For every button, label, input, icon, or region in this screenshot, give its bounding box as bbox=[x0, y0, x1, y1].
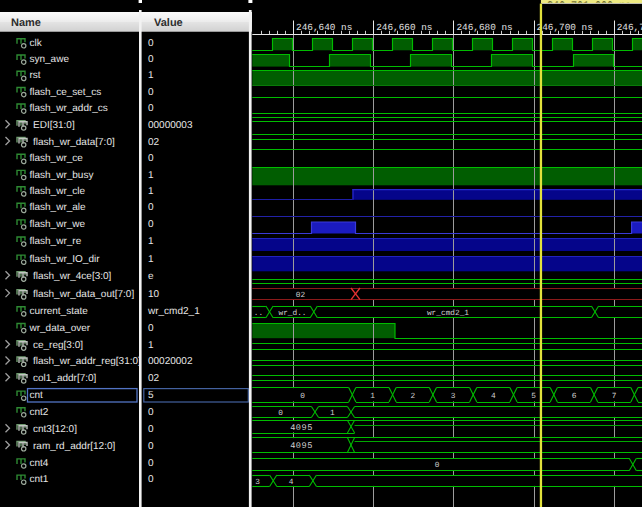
svg-text:wr_data_over: wr_data_over bbox=[29, 323, 91, 334]
svg-text:..: .. bbox=[254, 310, 263, 318]
svg-text:Name: Name bbox=[11, 17, 41, 29]
svg-text:current_state: current_state bbox=[30, 306, 89, 317]
svg-text:flash_ce_set_cs: flash_ce_set_cs bbox=[30, 87, 102, 98]
svg-text:1: 1 bbox=[330, 409, 335, 418]
svg-text:246,680 ns: 246,680 ns bbox=[456, 22, 512, 33]
svg-text:flash_wr_re: flash_wr_re bbox=[30, 236, 82, 247]
svg-text:4095: 4095 bbox=[290, 423, 313, 433]
svg-text:flash_wr_cle: flash_wr_cle bbox=[30, 186, 86, 197]
svg-text:6: 6 bbox=[572, 392, 577, 401]
svg-text:0: 0 bbox=[148, 323, 154, 334]
svg-text:cnt4: cnt4 bbox=[30, 458, 49, 469]
svg-text:ram_rd_addr[12:0]: ram_rd_addr[12:0] bbox=[33, 441, 115, 452]
svg-text:flash_wr_ce: flash_wr_ce bbox=[30, 153, 84, 164]
svg-text:3: 3 bbox=[451, 392, 456, 401]
svg-text:wr_d..: wr_d.. bbox=[278, 309, 306, 318]
svg-text:2: 2 bbox=[410, 392, 415, 401]
svg-text:1: 1 bbox=[148, 170, 154, 181]
svg-text:02: 02 bbox=[148, 137, 160, 148]
svg-text:0: 0 bbox=[148, 458, 154, 469]
svg-text:ce_reg[3:0]: ce_reg[3:0] bbox=[33, 340, 83, 351]
svg-text:cnt: cnt bbox=[30, 390, 44, 401]
svg-text:0: 0 bbox=[148, 54, 154, 65]
svg-text:02: 02 bbox=[296, 291, 306, 300]
svg-text:00000003: 00000003 bbox=[148, 120, 193, 131]
svg-text:cnt3[12:0]: cnt3[12:0] bbox=[33, 424, 77, 435]
svg-text:syn_awe: syn_awe bbox=[30, 54, 70, 65]
svg-text:wr_cmd2_1: wr_cmd2_1 bbox=[147, 306, 200, 317]
svg-text:clk: clk bbox=[30, 38, 43, 49]
svg-text:4: 4 bbox=[289, 478, 294, 487]
svg-text:Value: Value bbox=[154, 17, 183, 29]
svg-text:cnt2: cnt2 bbox=[30, 407, 49, 418]
svg-text:flash_wr_we: flash_wr_we bbox=[30, 219, 86, 230]
svg-text:flash_wr_addr_cs: flash_wr_addr_cs bbox=[30, 103, 108, 114]
svg-text:1: 1 bbox=[148, 254, 154, 265]
svg-text:4: 4 bbox=[491, 392, 496, 401]
svg-text:5: 5 bbox=[531, 392, 536, 401]
svg-text:flash_wr_IO_dir: flash_wr_IO_dir bbox=[30, 254, 101, 265]
svg-text:246,700 ns: 246,700 ns bbox=[537, 22, 593, 33]
svg-text:rst: rst bbox=[30, 70, 41, 81]
svg-text:0: 0 bbox=[148, 424, 154, 435]
svg-text:e: e bbox=[148, 271, 154, 282]
svg-text:1: 1 bbox=[148, 186, 154, 197]
svg-text:flash_wr_ale: flash_wr_ale bbox=[30, 202, 87, 213]
svg-text:246,640 ns: 246,640 ns bbox=[296, 22, 352, 33]
svg-text:1: 1 bbox=[148, 236, 154, 247]
svg-text:0: 0 bbox=[148, 87, 154, 98]
svg-text:cnt1: cnt1 bbox=[30, 474, 49, 485]
svg-text:0: 0 bbox=[148, 407, 154, 418]
svg-text:0: 0 bbox=[435, 461, 440, 470]
svg-text:0: 0 bbox=[148, 38, 154, 49]
svg-text:1: 1 bbox=[148, 340, 154, 351]
svg-text:1: 1 bbox=[370, 392, 375, 401]
svg-text:0: 0 bbox=[278, 409, 283, 418]
svg-text:1: 1 bbox=[148, 70, 154, 81]
svg-text:flash_wr_busy: flash_wr_busy bbox=[30, 170, 94, 181]
svg-text:0: 0 bbox=[148, 103, 154, 114]
svg-text:0: 0 bbox=[300, 392, 305, 401]
svg-text:5: 5 bbox=[148, 390, 154, 401]
svg-text:0: 0 bbox=[148, 202, 154, 213]
svg-text:02: 02 bbox=[148, 373, 160, 384]
svg-text:4095: 4095 bbox=[290, 441, 313, 451]
svg-text:EDI[31:0]: EDI[31:0] bbox=[33, 120, 75, 131]
svg-text:0: 0 bbox=[148, 474, 154, 485]
svg-text:col1_addr[7:0]: col1_addr[7:0] bbox=[33, 373, 97, 384]
svg-text:0: 0 bbox=[148, 441, 154, 452]
svg-text:246,660 ns: 246,660 ns bbox=[376, 22, 432, 33]
svg-text:flash_wr_data_out[7:0]: flash_wr_data_out[7:0] bbox=[33, 289, 134, 300]
svg-text:0: 0 bbox=[148, 219, 154, 230]
svg-text:flash_wr_data[7:0]: flash_wr_data[7:0] bbox=[33, 137, 115, 148]
svg-text:7: 7 bbox=[612, 392, 617, 401]
svg-text:flash_wr_4ce[3:0]: flash_wr_4ce[3:0] bbox=[33, 271, 112, 282]
svg-text:00020002: 00020002 bbox=[148, 356, 193, 367]
svg-text:3: 3 bbox=[255, 478, 260, 487]
svg-text:wr_cmd2_1: wr_cmd2_1 bbox=[427, 309, 469, 318]
svg-text:0: 0 bbox=[148, 153, 154, 164]
svg-text:10: 10 bbox=[148, 289, 160, 300]
svg-text:flash_wr_addr_reg[31:0]: flash_wr_addr_reg[31:0] bbox=[33, 356, 141, 367]
